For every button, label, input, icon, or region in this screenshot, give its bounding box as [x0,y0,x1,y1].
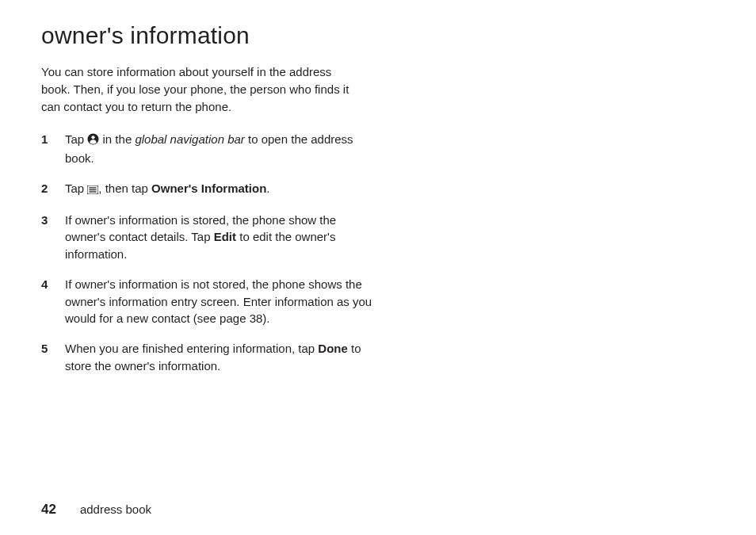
text-run: Tap [65,132,87,146]
text-run: , then tap [98,182,151,195]
page-title: owner's information [41,22,380,49]
step-item: 5 When you are finished entering informa… [41,340,374,375]
text-run: Tap [65,182,87,195]
step-number: 4 [41,276,65,327]
text-italic: global navigation bar [135,132,244,146]
text-run: If owner's information is not stored, th… [65,277,372,326]
text-run: When you are finished entering informati… [65,342,318,355]
step-text: Tap in the global navigation bar to open… [65,131,374,167]
document-page: owner's information You can store inform… [0,0,428,403]
contact-icon [87,132,99,150]
page-footer: 42address book [41,502,151,518]
step-text: When you are finished entering informati… [65,340,374,375]
step-text: If owner's information is stored, the ph… [65,212,374,263]
step-item: 3 If owner's information is stored, the … [41,212,374,263]
instruction-list: 1 Tap in the global navigation bar to op… [41,131,374,374]
page-number: 42 [41,502,56,517]
step-number: 5 [41,340,65,375]
step-number: 3 [41,212,65,263]
step-item: 2 Tap , then tap Owner's Information. [41,180,374,199]
step-number: 2 [41,180,65,199]
text-bold: Edit [214,230,236,243]
text-bold: Done [318,342,348,355]
step-text: If owner's information is not stored, th… [65,276,374,327]
step-number: 1 [41,131,65,167]
intro-paragraph: You can store information about yourself… [41,63,358,115]
section-name: address book [80,503,151,516]
text-run: in the [99,132,135,146]
step-item: 1 Tap in the global navigation bar to op… [41,131,374,167]
svg-point-1 [92,136,95,139]
menu-icon [87,182,98,199]
text-run: . [266,182,269,195]
step-item: 4 If owner's information is not stored, … [41,276,374,327]
text-bold: Owner's Information [151,182,266,195]
step-text: Tap , then tap Owner's Information. [65,180,374,199]
